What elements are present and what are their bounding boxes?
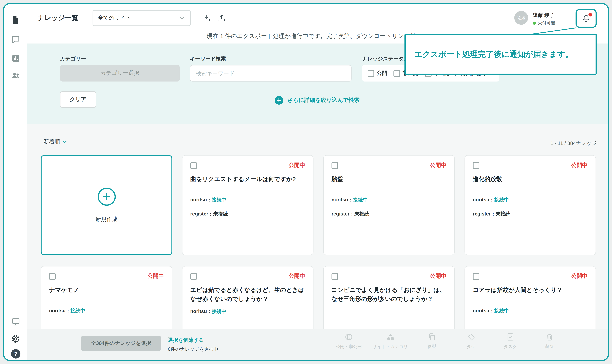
sort-label: 新着順	[43, 138, 60, 145]
select-all-button[interactable]: 全384件のナレッジを選択	[81, 336, 161, 351]
card-title: 胎盤	[332, 174, 446, 183]
connection-row: noritsu：接続中	[473, 308, 588, 314]
card-status-badge: 公開中	[289, 162, 305, 169]
knowledge-card[interactable]: 公開中 胎盤 noritsu：接続中 register：未接続	[323, 155, 455, 255]
category-select-button[interactable]: カテゴリー選択	[60, 65, 180, 81]
card-checkbox[interactable]	[332, 273, 338, 280]
knowledge-card[interactable]: 公開中 曲をリクエストするメールは何ですか? noritsu：接続中 regis…	[182, 155, 314, 255]
bulk-action-task[interactable]: タスク	[495, 333, 526, 350]
connection-list: noritsu：接続中 register：未接続	[332, 197, 446, 218]
connection-row: register：未接続	[332, 211, 446, 218]
globe-icon	[344, 333, 353, 341]
bulk-action-tag[interactable]: タグ	[456, 333, 487, 350]
card-status-badge: 公開中	[289, 273, 305, 280]
connection-list: noritsu：接続中 register：未接続	[473, 197, 588, 218]
card-title: 曲をリクエストするメールは何ですか?	[190, 174, 305, 183]
connection-row: noritsu：接続中	[190, 308, 305, 315]
card-checkbox[interactable]	[190, 273, 197, 280]
selection-status: 0件のナレッジを選択中	[168, 346, 218, 353]
connection-row: register：未接続	[473, 211, 588, 218]
chevron-down-icon	[62, 139, 68, 145]
user-status: 受付可能	[533, 20, 555, 26]
advanced-search-label: さらに詳細を絞り込んで検索	[287, 97, 360, 104]
deselect-link[interactable]: 選択を解除する	[168, 337, 204, 344]
sidebar: ?	[4, 4, 27, 360]
bulk-action-duplicate[interactable]: 複製	[417, 333, 447, 350]
app-window: ? ナレッジ一覧 全てのサイト 遠綾 遠藤 綾子 受付可能 現在 1 件のエクス…	[3, 3, 609, 361]
notification-badge	[588, 13, 592, 17]
card-title: エビは茹でると赤くなるけど、生のときはなぜ赤くないのでしょうか？	[190, 285, 305, 304]
user-status-label: 受付可能	[538, 20, 555, 26]
keyword-filter-label: キーワード検索	[190, 55, 226, 62]
card-status-badge: 公開中	[571, 162, 588, 169]
connection-list: noritsu：接続中 register：未接続	[190, 197, 305, 218]
notification-bell-highlight[interactable]	[575, 9, 597, 28]
status-filter-label: ナレッジステータス	[362, 55, 409, 62]
available-status-dot	[533, 21, 536, 25]
connection-row: noritsu：接続中	[49, 308, 164, 314]
chevron-down-icon	[179, 14, 185, 22]
connection-list: noritsu：接続中	[49, 308, 164, 314]
card-checkbox[interactable]	[190, 162, 197, 169]
page-title: ナレッジ一覧	[38, 4, 78, 32]
card-status-badge: 公開中	[571, 273, 588, 280]
card-title: ナマケモノ	[49, 285, 164, 294]
card-status-badge: 公開中	[430, 162, 446, 169]
screen: ? ナレッジ一覧 全てのサイト 遠綾 遠藤 綾子 受付可能 現在 1 件のエクス…	[0, 0, 612, 364]
bulk-action-delete[interactable]: 削除	[534, 333, 565, 350]
bulk-actions: 公開・非公開 サイト・カテゴリ 複製 タグ タスク	[334, 333, 565, 350]
checkbox-icon[interactable]	[368, 70, 374, 77]
create-knowledge-card[interactable]: 新規作成	[41, 155, 172, 255]
import-download-icon[interactable]	[202, 14, 211, 22]
card-checkbox[interactable]	[473, 162, 479, 169]
plus-circle-icon	[97, 187, 116, 206]
export-upload-icon[interactable]	[217, 14, 226, 22]
knowledge-card[interactable]: 公開中 進化的放散 noritsu：接続中 register：未接続	[465, 155, 596, 255]
advanced-search-toggle[interactable]: さらに詳細を絞り込んで検索	[27, 96, 608, 104]
settings-gear-icon[interactable]	[11, 334, 20, 344]
tag-icon	[467, 333, 475, 341]
card-checkbox[interactable]	[49, 273, 56, 280]
bulk-action-publish[interactable]: 公開・非公開	[334, 333, 364, 350]
user-name: 遠藤 綾子	[533, 12, 555, 19]
duplicate-icon	[428, 333, 436, 341]
card-status-badge: 公開中	[147, 273, 164, 280]
bulk-action-bar: 全384件のナレッジを選択 選択を解除する 0件のナレッジを選択中 公開・非公開…	[27, 329, 608, 360]
site-select-dropdown[interactable]: 全てのサイト	[93, 10, 191, 26]
connection-row: noritsu：接続中	[190, 197, 305, 204]
trash-icon	[545, 333, 554, 341]
status-option-public[interactable]: 公開	[368, 70, 387, 77]
category-filter-label: カテゴリー	[60, 55, 86, 62]
card-title: コンビニでよく見かける「おにぎり」は、なぜ三角形の形が多いのでしょうか？	[332, 285, 446, 304]
connection-list: noritsu：接続中	[190, 308, 305, 315]
site-select-value: 全てのサイト	[98, 14, 131, 22]
task-icon	[506, 333, 515, 341]
result-count: 1 - 11 / 384ナレッジ	[550, 140, 597, 147]
card-status-badge: 公開中	[430, 273, 446, 280]
checkbox-icon[interactable]	[393, 70, 400, 77]
user-avatar[interactable]: 遠綾	[514, 11, 528, 25]
help-icon[interactable]: ?	[11, 349, 20, 359]
sort-dropdown[interactable]: 新着順	[43, 138, 68, 145]
card-checkbox[interactable]	[332, 162, 338, 169]
knowledge-list-icon[interactable]	[11, 15, 20, 25]
tutorial-callout: エクスポート処理完了後に通知が届きます。	[404, 34, 597, 75]
card-checkbox[interactable]	[473, 273, 479, 280]
connection-row: noritsu：接続中	[332, 197, 446, 204]
monitor-icon[interactable]	[11, 317, 20, 326]
connection-list: noritsu：接続中	[473, 308, 588, 314]
card-title: 進化的放散	[473, 174, 588, 183]
create-knowledge-label: 新規作成	[96, 216, 118, 223]
plus-circle-icon	[275, 96, 283, 104]
bulk-action-site-category[interactable]: サイト・カテゴリ	[373, 333, 408, 350]
keyword-search-input[interactable]	[190, 65, 351, 81]
connection-row: noritsu：接続中	[473, 197, 588, 204]
connection-row: register：未接続	[190, 211, 305, 218]
site-category-icon	[386, 333, 395, 341]
card-title: コアラは指紋が人間とそっくり？	[473, 285, 588, 294]
users-icon[interactable]	[11, 71, 20, 80]
stats-icon[interactable]	[11, 54, 20, 63]
chat-icon[interactable]	[11, 35, 20, 44]
